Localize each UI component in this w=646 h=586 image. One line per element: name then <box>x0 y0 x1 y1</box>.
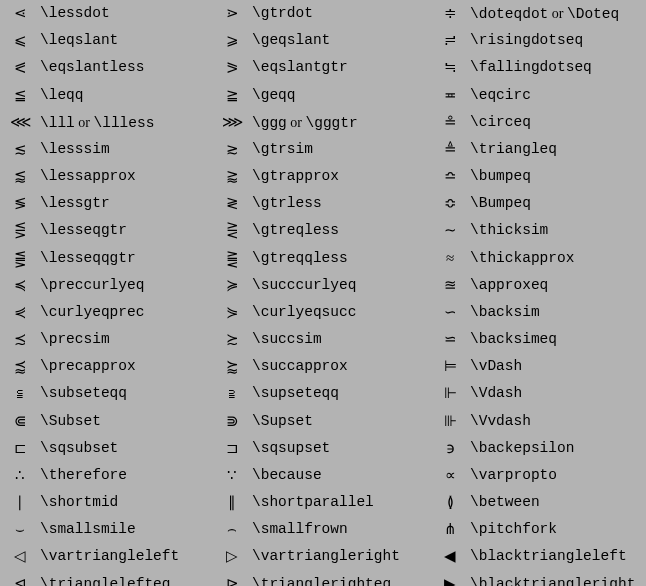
command-col1: \vartriangleleft <box>40 543 212 570</box>
command-col2: \geqslant <box>252 27 430 54</box>
command-col3: \varpropto <box>470 462 646 489</box>
command-col1: \lll or \llless <box>40 109 212 136</box>
command-col3: \circeq <box>470 109 646 136</box>
command-col3: \bumpeq <box>470 163 646 190</box>
symbol-col2: ⋙ <box>212 109 252 136</box>
command-col1: \lesssim <box>40 136 212 163</box>
command-col2: \vartriangleright <box>252 543 430 570</box>
command-col2: \ggg or \gggtr <box>252 109 430 136</box>
symbol-col1: ∣ <box>0 489 40 516</box>
command-col1: \preccurlyeq <box>40 272 212 299</box>
command-col3: \backsim <box>470 299 646 326</box>
command-col2: \shortparallel <box>252 489 430 516</box>
symbol-col2: ⪸ <box>212 353 252 380</box>
symbol-col1: ⪕ <box>0 54 40 81</box>
command-col1: \eqslantless <box>40 54 212 81</box>
symbol-col1: ⪷ <box>0 353 40 380</box>
symbol-col1: ⪋ <box>0 245 40 272</box>
symbol-col2: ≷ <box>212 190 252 217</box>
symbol-col3: ≎ <box>430 190 470 217</box>
command-col1: \leqq <box>40 82 212 109</box>
command-col2: \sqsupset <box>252 435 430 462</box>
command-col2: \smallfrown <box>252 516 430 543</box>
command-col3: \between <box>470 489 646 516</box>
symbol-col3: ≜ <box>430 136 470 163</box>
symbol-col3: ∝ <box>430 462 470 489</box>
symbol-col1: ⋖ <box>0 0 40 27</box>
command-col2: \supseteqq <box>252 380 430 407</box>
symbol-col1: ◁ <box>0 543 40 570</box>
symbol-col3: ⋔ <box>430 516 470 543</box>
symbol-col3: ∼ <box>430 217 470 244</box>
command-col1: \lesseqgtr <box>40 217 212 244</box>
symbol-col3: ≏ <box>430 163 470 190</box>
command-col3: \pitchfork <box>470 516 646 543</box>
command-col3: \triangleq <box>470 136 646 163</box>
command-col2: \gtrapprox <box>252 163 430 190</box>
command-col2: \gtrdot <box>252 0 430 27</box>
command-col3: \Bumpeq <box>470 190 646 217</box>
command-col3: \risingdotseq <box>470 27 646 54</box>
symbol-table: ⋖\lessdot⋗\gtrdot≑\doteqdot or \Doteq⩽\l… <box>0 0 646 586</box>
command-col2: \geqq <box>252 82 430 109</box>
command-col2: \gtreqqless <box>252 245 430 272</box>
symbol-col3: ≊ <box>430 272 470 299</box>
symbol-col1: ⪅ <box>0 163 40 190</box>
symbol-col3: ⊪ <box>430 408 470 435</box>
symbol-col2: ⋟ <box>212 299 252 326</box>
command-col3: \Vvdash <box>470 408 646 435</box>
command-col1: \precsim <box>40 326 212 353</box>
symbol-col1: ≼ <box>0 272 40 299</box>
symbol-col1: ⋚ <box>0 217 40 244</box>
symbol-col3: ⋍ <box>430 326 470 353</box>
command-col1: \curlyeqprec <box>40 299 212 326</box>
command-col3: \fallingdotseq <box>470 54 646 81</box>
symbol-col2: ≽ <box>212 272 252 299</box>
command-col2: \trianglerighteq <box>252 571 430 586</box>
symbol-col3: ϶ <box>430 435 470 462</box>
command-col3: \thickapprox <box>470 245 646 272</box>
symbol-col2: ⌢ <box>212 516 252 543</box>
symbol-col1: ⩽ <box>0 27 40 54</box>
symbol-col1: ⫅ <box>0 380 40 407</box>
command-col2: \gtrsim <box>252 136 430 163</box>
symbol-col2: ⩾ <box>212 27 252 54</box>
symbol-col2: ⋑ <box>212 408 252 435</box>
command-col1: \sqsubset <box>40 435 212 462</box>
command-col1: \Subset <box>40 408 212 435</box>
symbol-col2: ∥ <box>212 489 252 516</box>
command-col2: \gtreqless <box>252 217 430 244</box>
command-col3: \doteqdot or \Doteq <box>470 0 646 27</box>
symbol-col2: ⪌ <box>212 245 252 272</box>
command-col1: \trianglelefteq <box>40 571 212 586</box>
symbol-col1: ⊴ <box>0 571 40 586</box>
command-col1: \leqslant <box>40 27 212 54</box>
command-col2: \eqslantgtr <box>252 54 430 81</box>
command-col3: \vDash <box>470 353 646 380</box>
command-col1: \lessgtr <box>40 190 212 217</box>
symbol-col3: ≈ <box>430 245 470 272</box>
command-col2: \curlyeqsucc <box>252 299 430 326</box>
symbol-col3: ≒ <box>430 54 470 81</box>
symbol-col3: ≖ <box>430 82 470 109</box>
symbol-col3: ≓ <box>430 27 470 54</box>
symbol-col2: ⊐ <box>212 435 252 462</box>
symbol-col1: ⋘ <box>0 109 40 136</box>
symbol-col3: ≑ <box>430 0 470 27</box>
command-col3: \blacktriangleright <box>470 571 646 586</box>
symbol-col2: ⫆ <box>212 380 252 407</box>
symbol-col1: ∴ <box>0 462 40 489</box>
symbol-col3: ◀ <box>430 543 470 570</box>
command-col1: \lesseqqgtr <box>40 245 212 272</box>
command-col3: \backepsilon <box>470 435 646 462</box>
command-col2: \succapprox <box>252 353 430 380</box>
symbol-col2: ▷ <box>212 543 252 570</box>
command-col2: \Supset <box>252 408 430 435</box>
command-col3: \thicksim <box>470 217 646 244</box>
symbol-col2: ∵ <box>212 462 252 489</box>
command-col3: \blacktriangleleft <box>470 543 646 570</box>
symbol-col3: ≗ <box>430 109 470 136</box>
command-col1: \subseteqq <box>40 380 212 407</box>
command-col3: \backsimeq <box>470 326 646 353</box>
command-col1: \smallsmile <box>40 516 212 543</box>
